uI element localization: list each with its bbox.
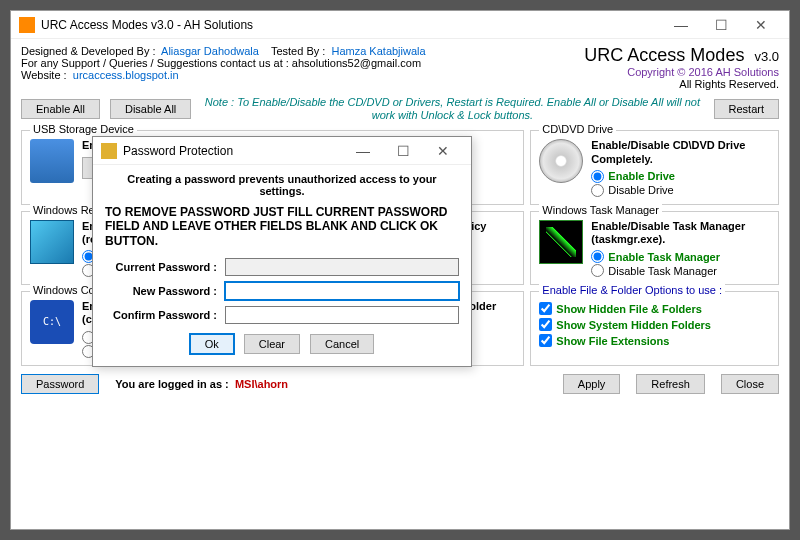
show-ext-checkbox[interactable] — [539, 334, 552, 347]
rights-text: All Rights Reserved. — [584, 78, 779, 90]
password-dialog: Password Protection — ☐ ✕ Creating a pas… — [92, 136, 472, 367]
group-taskmgr-desc: Enable/Disable Task Manager (taskmgr.exe… — [591, 220, 770, 246]
website-label: Website : — [21, 69, 67, 81]
main-titlebar: URC Access Modes v3.0 - AH Solutions — ☐… — [11, 11, 789, 39]
dialog-icon — [101, 143, 117, 159]
website-link[interactable]: urcaccess.blogspot.in — [73, 69, 179, 81]
password-button[interactable]: Password — [21, 374, 99, 394]
group-filefolder: Enable File & Folder Options to use : Sh… — [530, 291, 779, 365]
designer-link[interactable]: Aliasgar Dahodwala — [161, 45, 259, 57]
maximize-button[interactable]: ☐ — [701, 13, 741, 37]
dialog-message-1: Creating a password prevents unauthorize… — [105, 173, 459, 197]
new-password-label: New Password : — [105, 285, 225, 297]
app-icon — [19, 17, 35, 33]
header-left: Designed & Developed By : Aliasgar Dahod… — [21, 45, 426, 90]
close-button[interactable]: ✕ — [741, 13, 781, 37]
enable-all-button[interactable]: Enable All — [21, 99, 100, 119]
dialog-cancel-button[interactable]: Cancel — [310, 334, 374, 354]
confirm-password-input[interactable] — [225, 306, 459, 324]
group-taskmgr: Windows Task Manager Enable/Disable Task… — [530, 211, 779, 285]
new-password-input[interactable] — [225, 282, 459, 300]
group-filefolder-title: Enable File & Folder Options to use : — [539, 284, 725, 296]
dialog-maximize-button[interactable]: ☐ — [383, 139, 423, 163]
user-name: MSI\ahorn — [235, 378, 288, 390]
current-password-label: Current Password : — [105, 261, 225, 273]
designed-label: Designed & Developed By : — [21, 45, 156, 57]
cddvd-disable-radio[interactable] — [591, 184, 604, 197]
taskmgr-disable-radio[interactable] — [591, 264, 604, 277]
cmd-icon: C:\ — [30, 300, 74, 344]
close-app-button[interactable]: Close — [721, 374, 779, 394]
group-usb-title: USB Storage Device — [30, 123, 137, 135]
confirm-password-label: Confirm Password : — [105, 309, 225, 321]
current-password-input[interactable] — [225, 258, 459, 276]
taskmgr-icon — [539, 220, 583, 264]
regedit-icon — [30, 220, 74, 264]
app-version: v3.0 — [754, 49, 779, 64]
minimize-button[interactable]: — — [661, 13, 701, 37]
group-taskmgr-title: Windows Task Manager — [539, 204, 662, 216]
group-cddvd: CD\DVD Drive Enable/Disable CD\DVD Drive… — [530, 130, 779, 204]
group-cddvd-title: CD\DVD Drive — [539, 123, 616, 135]
support-text: For any Support / Queries / Suggestions … — [21, 57, 426, 69]
dialog-minimize-button[interactable]: — — [343, 139, 383, 163]
logged-label: You are logged in as : — [115, 378, 228, 390]
dialog-clear-button[interactable]: Clear — [244, 334, 300, 354]
usb-icon — [30, 139, 74, 183]
dialog-ok-button[interactable]: Ok — [190, 334, 234, 354]
app-name: URC Access Modes — [584, 45, 744, 65]
restart-button[interactable]: Restart — [714, 99, 779, 119]
tester-link[interactable]: Hamza Katabjiwala — [331, 45, 425, 57]
apply-button[interactable]: Apply — [563, 374, 621, 394]
toolbar-note: Note : To Enable/Disable the CD/DVD or D… — [201, 96, 703, 122]
taskmgr-enable-radio[interactable] — [591, 250, 604, 263]
disable-all-button[interactable]: Disable All — [110, 99, 191, 119]
dialog-message-2: TO REMOVE PASSWORD JUST FILL CURRENT PAS… — [105, 205, 459, 248]
show-hidden-checkbox[interactable] — [539, 302, 552, 315]
copyright-text: Copyright © 2016 AH Solutions — [584, 66, 779, 78]
header-right: URC Access Modes v3.0 Copyright © 2016 A… — [584, 45, 779, 90]
window-title: URC Access Modes v3.0 - AH Solutions — [41, 18, 661, 32]
group-cddvd-desc: Enable/Disable CD\DVD Drive Completely. — [591, 139, 770, 165]
dialog-title: Password Protection — [123, 144, 343, 158]
show-system-checkbox[interactable] — [539, 318, 552, 331]
tested-label: Tested By : — [271, 45, 325, 57]
dialog-close-button[interactable]: ✕ — [423, 139, 463, 163]
cd-icon — [539, 139, 583, 183]
cddvd-enable-radio[interactable] — [591, 170, 604, 183]
refresh-button[interactable]: Refresh — [636, 374, 705, 394]
